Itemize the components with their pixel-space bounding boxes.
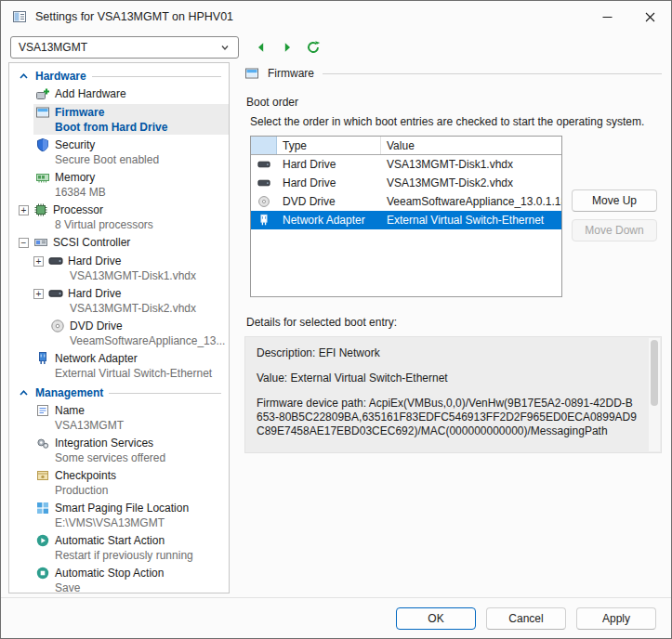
boot-order-label: Boot order	[246, 96, 662, 109]
details-scrollbar-thumb[interactable]	[651, 340, 658, 406]
details-description: Description: EFI Network	[257, 346, 639, 360]
sidebar-item-auto-stop[interactable]: Automatic Stop Action Save	[9, 565, 229, 593]
boot-entry-row[interactable]: Hard Drive VSA13MGMT-Disk2.vhdx	[251, 174, 561, 192]
tree-item-subtext: VeeamSoftwareAppliance_13...	[9, 334, 229, 348]
hard-drive-icon	[48, 286, 63, 301]
tree-item-label: Integration Services	[55, 437, 153, 450]
tree-item-subtext: VSA13MGMT-Disk2.vhdx	[9, 302, 229, 316]
move-down-button: Move Down	[572, 219, 657, 241]
section-label: Management	[35, 386, 103, 399]
section-label: Hardware	[35, 70, 86, 83]
tree-item-label: Network Adapter	[55, 352, 138, 366]
tree-item-label: Smart Paging File Location	[55, 502, 189, 515]
sidebar-item-memory[interactable]: Memory 16384 MB	[9, 169, 229, 200]
ok-button[interactable]: OK	[396, 607, 476, 630]
boot-entry-row-selected[interactable]: Network Adapter External Virtual Switch-…	[251, 211, 561, 229]
collapse-chevron-icon	[19, 72, 29, 81]
move-up-button[interactable]: Move Up	[572, 189, 657, 212]
minimize-button[interactable]	[586, 1, 628, 33]
navigate-forward-button[interactable]	[276, 36, 298, 59]
value-column-header[interactable]: Value	[381, 137, 561, 154]
window-title: Settings for VSA13MGMT on HPHV01	[35, 10, 233, 23]
tree-item-subtext: VSA13MGMT-Disk1.vhdx	[9, 269, 229, 283]
expand-icon[interactable]	[33, 289, 44, 299]
sidebar-item-add-hardware[interactable]: Add Hardware	[9, 85, 229, 102]
section-hardware[interactable]: Hardware	[9, 66, 229, 85]
sidebar-item-auto-start[interactable]: Automatic Start Action Restart if previo…	[9, 532, 229, 563]
navigate-back-button[interactable]	[250, 36, 272, 59]
sidebar-item-security[interactable]: Security Secure Boot enabled	[9, 137, 229, 167]
minimize-icon	[602, 12, 613, 22]
dvd-drive-icon	[251, 195, 277, 208]
collapse-chevron-icon	[19, 388, 29, 398]
divider	[323, 73, 662, 74]
toolbar: VSA13MGMT	[1, 33, 671, 62]
smart-paging-icon	[35, 501, 50, 515]
dvd-drive-icon	[50, 319, 65, 333]
sidebar-item-integration-services[interactable]: Integration Services Some services offer…	[9, 435, 229, 465]
hard-drive-icon	[251, 176, 277, 189]
tree-item-subtext: Production	[9, 484, 229, 498]
dialog-body: Hardware Add Hardware Firmware Boot from…	[1, 62, 671, 597]
firmware-icon	[244, 66, 259, 81]
settings-window-icon	[12, 9, 27, 24]
tree-item-subtext: Secure Boot enabled	[9, 153, 229, 167]
cancel-button[interactable]: Cancel	[486, 607, 566, 630]
tree-item-subtext: Restart if previously running	[9, 549, 229, 563]
sidebar-item-scsi-controller[interactable]: SCSI Controller	[9, 234, 229, 251]
scsi-controller-icon	[33, 235, 48, 250]
boot-order-table: Type Value Hard Drive VSA13MGMT-Disk1.vh…	[250, 136, 562, 297]
sidebar-item-smart-paging[interactable]: Smart Paging File Location E:\VMS\VSA13M…	[9, 500, 229, 530]
tree-item-label: SCSI Controller	[53, 236, 130, 250]
apply-button[interactable]: Apply	[576, 607, 656, 630]
tree-item-label: Processor	[53, 203, 103, 217]
boot-entry-row[interactable]: DVD Drive VeeamSoftwareAppliance_13.0.1.…	[251, 192, 561, 211]
tree-item-label: Security	[55, 138, 95, 152]
expand-icon[interactable]	[33, 256, 44, 267]
collapse-icon[interactable]	[19, 238, 29, 248]
tree-item-subtext: 16384 MB	[9, 186, 229, 200]
sidebar-item-hard-drive-2[interactable]: Hard Drive VSA13MGMT-Disk2.vhdx	[9, 285, 229, 316]
tree-item-subtext: Boot from Hard Drive	[9, 121, 229, 135]
sidebar-item-hard-drive-1[interactable]: Hard Drive VSA13MGMT-Disk1.vhdx	[9, 253, 229, 283]
boot-order-description: Select the order in which boot entries a…	[250, 115, 662, 128]
tree-item-label: Automatic Stop Action	[55, 567, 164, 580]
tree-item-subtext: VSA13MGMT	[9, 419, 229, 433]
tree-item-label: Hard Drive	[68, 254, 121, 268]
sidebar-item-network-adapter[interactable]: Network Adapter External Virtual Switch-…	[9, 350, 229, 381]
close-button[interactable]	[628, 1, 671, 33]
tree-item-label: Memory	[55, 171, 95, 185]
main-header-title: Firmware	[268, 67, 314, 80]
memory-icon	[35, 170, 50, 185]
details-label: Details for selected boot entry:	[246, 316, 662, 329]
back-arrow-icon	[255, 41, 268, 54]
tree-item-label: Name	[55, 404, 85, 418]
auto-stop-icon	[35, 566, 50, 580]
section-management[interactable]: Management	[9, 383, 229, 402]
hard-drive-icon	[251, 158, 277, 171]
type-column-header[interactable]: Type	[277, 137, 381, 154]
firmware-icon	[35, 105, 50, 120]
sidebar-item-name[interactable]: Name VSA13MGMT	[9, 402, 229, 433]
expand-icon[interactable]	[19, 205, 29, 215]
vm-selector[interactable]: VSA13MGMT	[10, 36, 239, 59]
tree-item-subtext: External Virtual Switch-Ethernet	[9, 367, 229, 381]
settings-window: Settings for VSA13MGMT on HPHV01 VSA13MG…	[0, 0, 672, 639]
network-adapter-icon	[251, 214, 277, 227]
dialog-footer: OK Cancel Apply	[1, 597, 671, 638]
icon-column-header[interactable]	[251, 137, 277, 154]
details-scrollbar[interactable]	[649, 338, 660, 451]
forward-arrow-icon	[281, 41, 294, 54]
sidebar-item-processor[interactable]: Processor 8 Virtual processors	[9, 202, 229, 232]
boot-entry-row[interactable]: Hard Drive VSA13MGMT-Disk1.vhdx	[251, 155, 561, 174]
refresh-icon	[306, 40, 321, 55]
sidebar-item-checkpoints[interactable]: Checkpoints Production	[9, 467, 229, 498]
tree-item-label: DVD Drive	[70, 320, 123, 333]
tree-item-label: Checkpoints	[55, 469, 116, 483]
refresh-button[interactable]	[302, 36, 324, 59]
titlebar: Settings for VSA13MGMT on HPHV01	[1, 1, 671, 33]
auto-start-icon	[35, 533, 50, 548]
sidebar-item-dvd-drive[interactable]: DVD Drive VeeamSoftwareAppliance_13...	[9, 318, 229, 348]
chevron-down-icon	[219, 42, 231, 53]
sidebar-item-firmware[interactable]: Firmware Boot from Hard Drive	[9, 104, 229, 135]
